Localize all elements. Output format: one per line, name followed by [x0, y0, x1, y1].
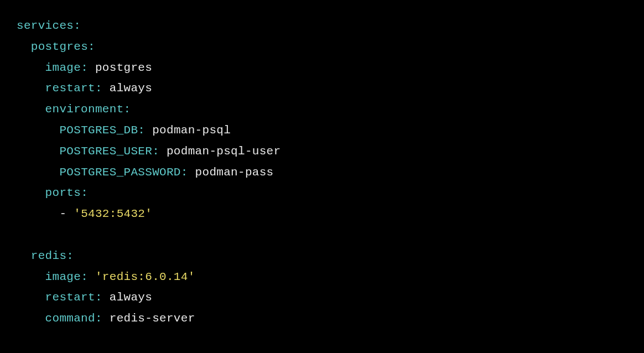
yaml-line-ports: ports: [17, 183, 627, 204]
yaml-key: image [45, 61, 81, 74]
yaml-blank-line [17, 225, 627, 246]
yaml-value: podman-psql [152, 124, 231, 137]
yaml-colon: : [88, 40, 95, 53]
yaml-value: postgres [95, 61, 152, 74]
yaml-dash: - [59, 207, 66, 220]
yaml-key: restart [45, 291, 95, 304]
yaml-colon: : [95, 312, 102, 325]
yaml-value: podman-pass [195, 166, 274, 179]
yaml-string: 'redis:6.0.14' [95, 271, 195, 283]
yaml-colon: : [124, 103, 131, 116]
yaml-line-image: image: postgres [17, 58, 627, 79]
yaml-line-redis-restart: restart: always [17, 287, 627, 308]
yaml-line-postgres: postgres: [17, 37, 627, 58]
yaml-colon: : [138, 124, 145, 137]
yaml-colon: : [81, 186, 88, 199]
yaml-line-env-db: POSTGRES_DB: podman-psql [17, 120, 627, 141]
yaml-key: image [45, 271, 81, 283]
yaml-string: '5432:5432' [74, 207, 152, 220]
yaml-line-redis-command: command: redis-server [17, 308, 627, 329]
yaml-key: services [17, 19, 74, 32]
yaml-line-restart: restart: always [17, 78, 627, 99]
yaml-value: always [110, 291, 152, 304]
yaml-line-environment: environment: [17, 99, 627, 120]
yaml-line-ports-item: - '5432:5432' [17, 204, 627, 225]
yaml-line-services: services: [17, 15, 627, 37]
yaml-key: postgres [31, 40, 88, 53]
yaml-colon: : [81, 61, 88, 74]
yaml-colon: : [181, 166, 188, 179]
yaml-key: POSTGRES_PASSWORD [59, 166, 180, 179]
yaml-line-redis: redis: [17, 246, 627, 267]
yaml-key: POSTGRES_USER [59, 145, 152, 158]
yaml-colon: : [74, 19, 81, 32]
yaml-key: environment [45, 103, 124, 116]
yaml-value: always [110, 82, 152, 95]
yaml-colon: : [66, 250, 74, 262]
yaml-key: command [45, 312, 95, 325]
code-editor[interactable]: services: postgres: image: postgres rest… [17, 15, 627, 329]
yaml-value: redis-server [110, 312, 195, 325]
yaml-colon: : [152, 145, 159, 158]
yaml-line-env-user: POSTGRES_USER: podman-psql-user [17, 141, 627, 162]
yaml-key: ports [45, 186, 81, 199]
yaml-key: restart [45, 82, 95, 95]
yaml-key: POSTGRES_DB [59, 124, 138, 137]
yaml-value: podman-psql-user [167, 145, 281, 158]
yaml-colon: : [81, 271, 88, 283]
yaml-colon: : [95, 291, 102, 304]
yaml-line-redis-image: image: 'redis:6.0.14' [17, 267, 627, 288]
yaml-colon: : [95, 82, 102, 95]
yaml-line-env-password: POSTGRES_PASSWORD: podman-pass [17, 162, 627, 183]
yaml-key: redis [31, 250, 67, 262]
